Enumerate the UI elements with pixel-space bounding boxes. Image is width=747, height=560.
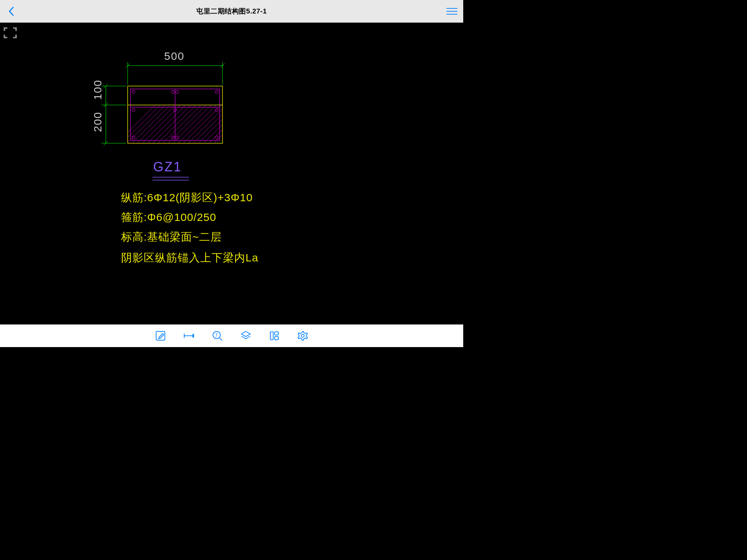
svg-line-20 <box>188 94 237 143</box>
svg-point-34 <box>171 136 174 139</box>
svg-line-8 <box>127 94 176 143</box>
svg-point-26 <box>132 90 135 93</box>
svg-point-29 <box>215 90 218 93</box>
page-title: 屯里二期结构图5.27-1 <box>23 7 441 16</box>
measure-button[interactable] <box>182 329 196 342</box>
svg-line-19 <box>183 94 232 143</box>
svg-rect-59 <box>270 332 273 340</box>
svg-line-22 <box>198 94 248 143</box>
svg-rect-60 <box>275 332 278 335</box>
svg-point-62 <box>301 334 304 337</box>
layout-button[interactable] <box>268 329 281 342</box>
svg-text:T: T <box>215 333 218 338</box>
svg-point-36 <box>215 136 218 139</box>
edit-icon <box>155 330 166 341</box>
settings-button[interactable] <box>296 329 309 342</box>
cad-drawing: 500 100 200 GZ1 纵筋:6Φ12(阴影区)+3Φ10 箍筋:Φ6@… <box>0 23 463 324</box>
svg-line-10 <box>137 94 186 143</box>
svg-line-12 <box>147 94 197 143</box>
gear-icon <box>297 330 308 341</box>
anno-line-3: 标高:基础梁面~二层 <box>121 231 222 243</box>
svg-line-6 <box>117 94 166 143</box>
bottom-toolbar: T <box>0 324 463 347</box>
layers-icon <box>240 330 251 341</box>
svg-line-25 <box>214 94 263 143</box>
hamburger-icon <box>446 8 457 15</box>
svg-line-23 <box>204 94 253 143</box>
dim-width: 500 <box>164 50 185 62</box>
svg-point-27 <box>171 90 174 93</box>
column-label: GZ1 <box>153 159 182 174</box>
svg-point-30 <box>132 109 135 112</box>
svg-line-56 <box>220 338 222 341</box>
svg-marker-58 <box>241 331 250 337</box>
svg-point-28 <box>176 90 179 93</box>
dim-height-bottom: 200 <box>92 112 104 132</box>
measure-icon <box>183 332 195 339</box>
svg-line-7 <box>122 94 171 143</box>
svg-point-35 <box>176 136 179 139</box>
svg-rect-61 <box>275 337 278 340</box>
back-button[interactable] <box>0 6 23 16</box>
anno-line-2: 箍筋:Φ6@100/250 <box>121 211 216 223</box>
edit-button[interactable] <box>154 329 167 342</box>
zoom-text-button[interactable]: T <box>211 329 224 342</box>
zoom-text-icon: T <box>212 330 223 341</box>
anno-line-1: 纵筋:6Φ12(阴影区)+3Φ10 <box>121 191 253 203</box>
svg-line-17 <box>173 94 222 143</box>
dim-height-top: 100 <box>92 79 104 100</box>
svg-line-14 <box>158 94 207 143</box>
svg-line-15 <box>163 94 212 143</box>
svg-line-9 <box>132 94 181 143</box>
cad-canvas[interactable]: 500 100 200 GZ1 纵筋:6Φ12(阴影区)+3Φ10 箍筋:Φ6@… <box>0 23 463 324</box>
svg-line-11 <box>142 94 191 143</box>
svg-line-21 <box>193 94 243 143</box>
menu-button[interactable] <box>441 8 463 15</box>
layout-icon <box>269 331 279 341</box>
anno-line-4: 阴影区纵筋锚入上下梁内La <box>121 252 258 264</box>
layers-button[interactable] <box>239 329 252 342</box>
back-chevron-icon <box>8 6 14 16</box>
svg-point-33 <box>132 136 135 139</box>
svg-point-32 <box>215 109 218 112</box>
